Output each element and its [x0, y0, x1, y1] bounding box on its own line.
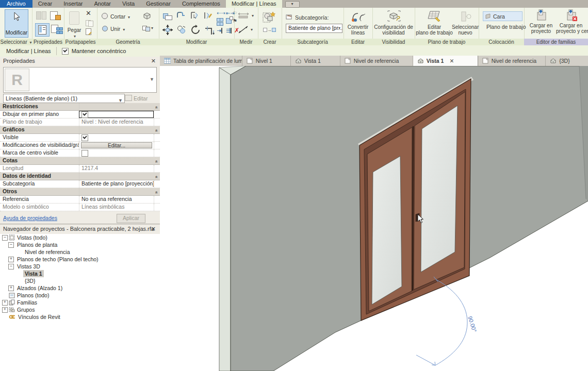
tree-expander-icon[interactable]: −: [8, 242, 14, 248]
panel-label-crear[interactable]: Crear: [258, 39, 282, 45]
view-tab-vista1-a[interactable]: Vista 1: [291, 56, 340, 66]
property-row[interactable]: Modificaciones de visibilidad/grá...Edit…: [0, 142, 160, 149]
property-group[interactable]: Restricciones»: [0, 103, 160, 111]
view-tab-nivel-ref-b[interactable]: Nivel de referencia: [478, 56, 546, 66]
panel-label-editor-de-familias[interactable]: Editor de familias: [524, 39, 588, 45]
checkbox[interactable]: [81, 111, 88, 118]
checkbox[interactable]: [81, 134, 88, 141]
view-tab-3d[interactable]: {3D}: [546, 56, 588, 66]
match-type-icon[interactable]: [86, 28, 92, 35]
copy-icon[interactable]: [86, 19, 93, 27]
view-tab-nivel-ref-a[interactable]: Nivel de referencia: [340, 56, 413, 66]
type-dropdown[interactable]: Líneas (Batiente de plano) (1) ▼: [3, 94, 125, 103]
property-row[interactable]: ReferenciaNo es una referencia: [0, 196, 160, 204]
tab-modificar-lineas[interactable]: Modificar | Líneas: [226, 0, 282, 8]
panel-label-seleccionar[interactable]: Seleccionar ▾: [0, 39, 32, 45]
edit-workplane-button[interactable]: Editarplano de trabajo: [415, 24, 454, 36]
dimension-icon[interactable]: ▾: [237, 24, 253, 35]
door-left-glass[interactable]: [372, 156, 402, 305]
tree-item-planos-todo[interactable]: Planos (todo): [0, 292, 160, 299]
paste-icon[interactable]: [68, 10, 80, 26]
panel-label-modificar[interactable]: Modificar: [159, 39, 234, 45]
close-icon[interactable]: ✕: [151, 225, 156, 233]
tree-item-nivel-referencia[interactable]: Nivel de referencia: [0, 248, 160, 256]
project-browser-title[interactable]: Navegador de proyectos - Balconera pract…: [0, 225, 160, 233]
ribbon-display-toggle-icon[interactable]: ▾: [285, 1, 300, 8]
panel-label-propiedades[interactable]: Propiedades: [32, 39, 64, 45]
edit-type-button[interactable]: Editar tipo: [125, 94, 157, 103]
panel-label-visibilidad[interactable]: Visibilidad: [372, 39, 415, 45]
view-tab-vista1-active[interactable]: Vista 1 ✕: [413, 56, 478, 66]
tree-item-planos-planta[interactable]: − Planos de planta: [0, 241, 160, 248]
cut-icon[interactable]: ✕: [86, 10, 91, 16]
tree-item-vistas-3d[interactable]: − Vistas 3D: [0, 263, 160, 270]
trim-multiple-icon[interactable]: ⇶: [226, 27, 232, 34]
load-into-project-and-close-button[interactable]: Cargar enproyecto y cerrar: [556, 9, 586, 34]
tree-item-vistas[interactable]: − Vistas (todo): [0, 234, 160, 241]
placement-face-option[interactable]: Cara: [483, 11, 522, 21]
mirror-axis-icon[interactable]: ⇠⇢: [217, 10, 225, 16]
property-group[interactable]: Cotas»: [0, 157, 160, 165]
tree-item-3d[interactable]: {3D}: [0, 277, 160, 284]
chevron-down-icon[interactable]: ▼: [150, 77, 154, 82]
property-row[interactable]: SubcategoríaBatiente de plano [proyecció…: [0, 180, 160, 188]
tab-anotar[interactable]: Anotar: [89, 0, 117, 8]
load-into-project-button[interactable]: Cargar enproyecto: [527, 9, 555, 34]
tree-expander-icon[interactable]: +: [2, 300, 8, 306]
property-row[interactable]: Marca de centro visible: [0, 149, 160, 157]
create-group-icon[interactable]: [262, 11, 276, 24]
type-selector[interactable]: R ▼: [3, 67, 157, 93]
rotate-icon[interactable]: [190, 24, 201, 36]
property-group[interactable]: Otros»: [0, 188, 160, 196]
align-icon[interactable]: [163, 11, 172, 20]
panel-label-plano-de-trabajo[interactable]: Plano de trabajo: [415, 39, 479, 45]
properties-help-link[interactable]: Ayuda de propiedades: [3, 215, 57, 221]
properties-palette-title[interactable]: Propiedades ✕: [0, 57, 160, 65]
trim-extend-corner-icon[interactable]: [190, 11, 199, 20]
tree-expander-icon[interactable]: +: [2, 307, 8, 313]
tree-item-alzados[interactable]: + Alzados (Alzado 1): [0, 284, 160, 292]
tree-expander-icon[interactable]: −: [2, 235, 8, 241]
link-geometry-icon[interactable]: ▾: [142, 24, 153, 31]
drawing-area[interactable]: 90.00°: [160, 66, 588, 371]
subcategory-dropdown[interactable]: Batiente de plano [pr... ▾: [286, 24, 342, 33]
scale-icon[interactable]: [226, 18, 233, 24]
property-row[interactable]: Dibujar en primer plano: [0, 111, 160, 119]
tree-expander-icon[interactable]: −: [8, 264, 14, 269]
property-group[interactable]: Gráficos»: [0, 126, 160, 134]
panel-label-subcategoria[interactable]: Subcategoría: [282, 39, 344, 45]
placement-workplane-option[interactable]: Plano de trabajo: [483, 22, 524, 31]
offset-icon[interactable]: [176, 11, 186, 19]
panel-label-portapapeles[interactable]: Portapapeles: [64, 39, 97, 45]
convert-lines-button[interactable]: Convertirlíneas: [344, 24, 372, 36]
wall-end-face[interactable]: [219, 68, 231, 371]
apply-button[interactable]: Aplicar: [117, 214, 145, 223]
edit-visibility-button[interactable]: Editar...: [81, 142, 152, 148]
keep-concentric-checkbox[interactable]: [62, 48, 69, 55]
view-tab-schedule[interactable]: Tabla de planificación de luminarias: [160, 56, 242, 66]
modify-tool-button[interactable]: Modificar: [5, 9, 28, 38]
tree-item-vinculos[interactable]: Vínculos de Revit: [0, 313, 160, 321]
array-icon[interactable]: [217, 18, 222, 26]
create-similar-icon[interactable]: →: [263, 27, 276, 32]
panel-label-geometria[interactable]: Geometría: [97, 39, 159, 45]
move-icon[interactable]: [162, 24, 173, 36]
split-element-icon[interactable]: [203, 11, 213, 20]
panel-label-colocacion[interactable]: Colocación: [479, 39, 524, 45]
family-category-icon[interactable]: [50, 10, 61, 21]
tree-item-familias[interactable]: + Familias: [0, 299, 160, 306]
door-right-glass[interactable]: [421, 106, 458, 272]
copy-element-icon[interactable]: [176, 25, 187, 35]
properties-palette-icon[interactable]: [35, 23, 50, 37]
measure-tape-icon[interactable]: ▾: [237, 12, 254, 19]
select-new-host-button[interactable]: Seleccionarnuevo: [452, 24, 479, 36]
tab-gestionar[interactable]: Gestionar: [140, 0, 176, 8]
visibility-settings-button[interactable]: Configuración devisibilidad: [372, 24, 415, 36]
panel-label-medir[interactable]: Medir: [234, 39, 258, 45]
close-tab-icon[interactable]: ✕: [449, 58, 454, 64]
checkbox[interactable]: [81, 150, 88, 157]
property-row[interactable]: Visible: [0, 134, 160, 142]
tab-vista[interactable]: Vista: [117, 0, 140, 8]
family-connectors-icon[interactable]: [51, 24, 62, 34]
join-geometry-button[interactable]: Unir ▾: [110, 26, 125, 32]
